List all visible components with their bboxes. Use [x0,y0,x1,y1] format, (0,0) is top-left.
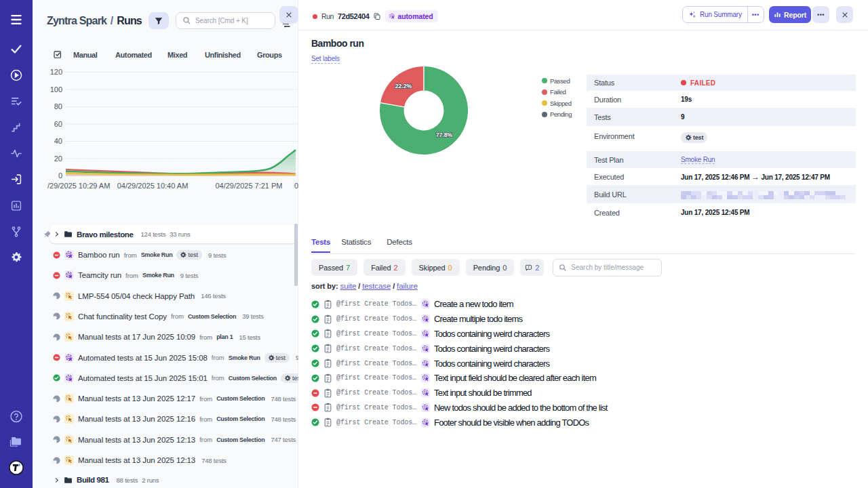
svg-text:100: 100 [50,85,62,94]
svg-text:04/29/2025 7:21 PM: 04/29/2025 7:21 PM [215,182,282,190]
svg-text:80: 80 [54,102,62,110]
svg-text:77.8%: 77.8% [436,131,453,138]
svg-text:20: 20 [54,155,62,163]
svg-text:0: 0 [58,171,62,180]
svg-text:40: 40 [54,137,62,145]
svg-text:04/29/2025 10:40 AM: 04/29/2025 10:40 AM [117,182,189,190]
svg-text:22.2%: 22.2% [395,83,412,89]
svg-text:/29/2025 10:29 AM: /29/2025 10:29 AM [47,182,110,190]
svg-text:120: 120 [50,68,62,76]
svg-text:60: 60 [54,120,62,128]
